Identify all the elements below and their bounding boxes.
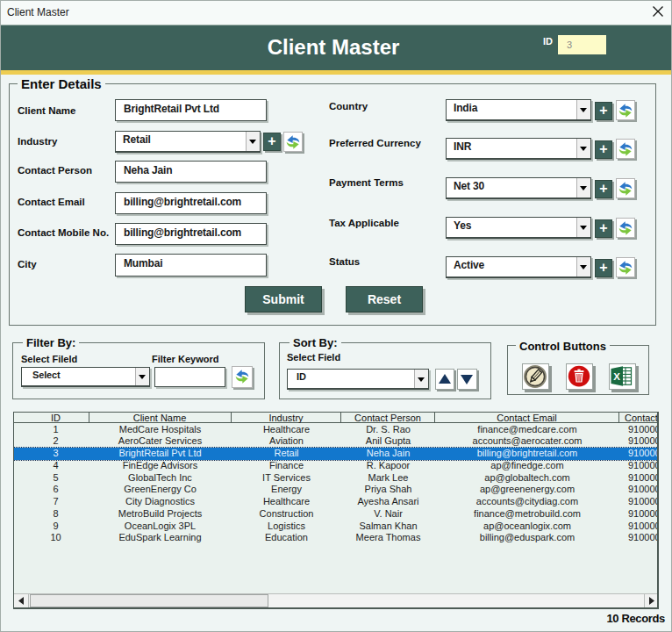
svg-text:X: X: [613, 371, 620, 382]
